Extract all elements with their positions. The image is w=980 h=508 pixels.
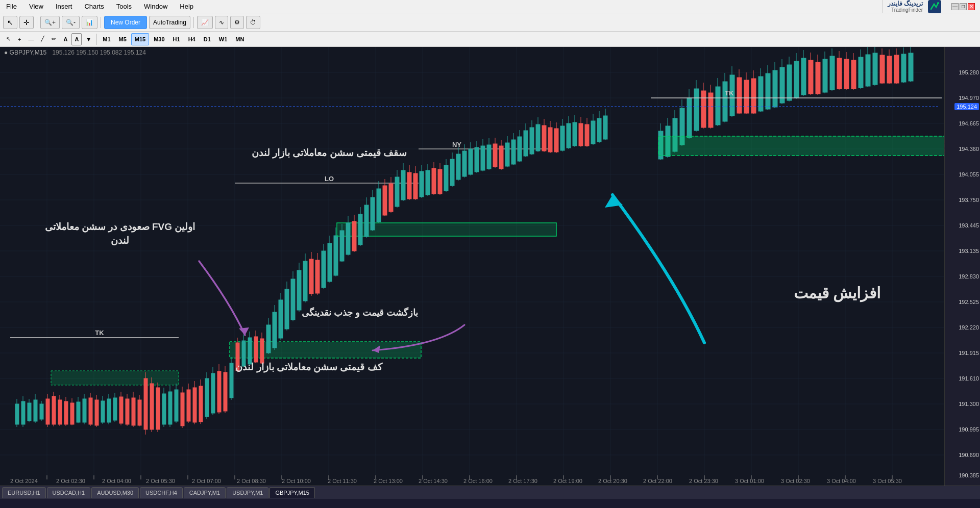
svg-text:TK: TK bbox=[725, 89, 734, 97]
minimize-button[interactable]: — bbox=[951, 3, 959, 10]
toolbar-separator-1 bbox=[37, 17, 37, 28]
tab-usdchf[interactable]: USDCHF,H4 bbox=[140, 487, 183, 498]
price-190-995: 190.995 bbox=[959, 426, 979, 433]
price-194-665: 194.665 bbox=[959, 120, 979, 126]
h1-timeframe[interactable]: H1 bbox=[169, 33, 184, 45]
line-study-button[interactable]: 📈 bbox=[197, 16, 213, 29]
candlestick-chart[interactable]: TK bbox=[0, 47, 944, 486]
price-190-385: 190.385 bbox=[959, 472, 979, 478]
menu-bar: File View Insert Charts Tools Window Hel… bbox=[0, 0, 980, 13]
svg-text:2 Oct 16:00: 2 Oct 16:00 bbox=[463, 478, 493, 484]
svg-text:3 Oct 01:00: 3 Oct 01:00 bbox=[735, 478, 764, 484]
chart-container[interactable]: ● GBPJPY,M15 195.126 195.150 195.082 195… bbox=[0, 47, 980, 486]
drawing-sep-1 bbox=[96, 34, 97, 45]
cursor-tool[interactable]: ↖ bbox=[3, 33, 14, 45]
drawing-toolbar: ↖ + — ╱ ✏ A A ▼ M1 M5 M15 M30 H1 H4 D1 W… bbox=[0, 32, 980, 47]
svg-text:2 Oct 07:00: 2 Oct 07:00 bbox=[192, 478, 221, 484]
svg-text:2 Oct 2024: 2 Oct 2024 bbox=[10, 478, 38, 484]
svg-rect-40 bbox=[51, 371, 179, 385]
m1-timeframe[interactable]: M1 bbox=[99, 33, 114, 45]
close-button[interactable]: ✕ bbox=[968, 3, 975, 10]
svg-text:2 Oct 20:30: 2 Oct 20:30 bbox=[598, 478, 627, 484]
toolbar-separator-2 bbox=[101, 17, 101, 28]
current-price-badge: 195.124 bbox=[954, 103, 979, 110]
d1-timeframe[interactable]: D1 bbox=[200, 33, 214, 45]
tab-gbpjpy[interactable]: GBPJPY,M15 bbox=[270, 487, 314, 498]
svg-text:NY: NY bbox=[452, 141, 461, 148]
new-order-button[interactable]: New Order bbox=[104, 16, 147, 29]
svg-text:2 Oct 14:30: 2 Oct 14:30 bbox=[419, 478, 448, 484]
m15-timeframe[interactable]: M15 bbox=[131, 33, 149, 45]
svg-rect-95 bbox=[230, 342, 421, 358]
zoom-in-button[interactable]: 🔍+ bbox=[40, 16, 60, 29]
price-192-220: 192.220 bbox=[959, 324, 979, 331]
label-tool[interactable]: A bbox=[71, 33, 82, 45]
tab-cadjpy[interactable]: CADJPY,M1 bbox=[184, 487, 226, 498]
svg-point-1 bbox=[937, 2, 939, 4]
svg-text:2 Oct 23:30: 2 Oct 23:30 bbox=[689, 478, 718, 484]
menu-window[interactable]: Window bbox=[142, 2, 169, 11]
period-separators-button[interactable]: ⏱ bbox=[246, 16, 260, 29]
svg-text:LO: LO bbox=[325, 175, 334, 183]
symbol-name: ● bbox=[4, 49, 10, 56]
price-194-055: 194.055 bbox=[959, 171, 979, 177]
main-toolbar: ↖ ✛ 🔍+ 🔍- 📊 New Order AutoTrading 📈 ∿ ⚙ … bbox=[0, 13, 980, 32]
svg-text:2 Oct 10:00: 2 Oct 10:00 bbox=[282, 478, 311, 484]
price-scale: 195.280 194.970 194.665 194.360 194.055 … bbox=[944, 47, 980, 486]
crosshair-tool-button[interactable]: ✛ bbox=[19, 16, 34, 29]
indicators-button[interactable]: ∿ bbox=[215, 16, 228, 29]
tab-usdcad[interactable]: USDCAD,H1 bbox=[47, 487, 91, 498]
price-195-280: 195.280 bbox=[959, 69, 979, 75]
mn-timeframe[interactable]: MN bbox=[232, 33, 248, 45]
tab-audusd[interactable]: AUDUSD,M30 bbox=[91, 487, 139, 498]
bar-chart-button[interactable]: 📊 bbox=[82, 16, 97, 29]
menu-charts[interactable]: Charts bbox=[82, 2, 106, 11]
price-194-970: 194.970 bbox=[959, 95, 979, 101]
price-194-360: 194.360 bbox=[959, 146, 979, 152]
svg-rect-275 bbox=[658, 136, 944, 156]
svg-text:2 Oct 04:00: 2 Oct 04:00 bbox=[102, 478, 131, 484]
menu-tools[interactable]: Tools bbox=[114, 2, 134, 11]
svg-text:2 Oct 17:30: 2 Oct 17:30 bbox=[508, 478, 537, 484]
svg-rect-148 bbox=[337, 223, 556, 236]
chart-tabs: EURUSD,H1 USDCAD,H1 AUDUSD,M30 USDCHF,H4… bbox=[0, 486, 980, 499]
trend-line-tool[interactable]: ╱ bbox=[38, 33, 47, 45]
price-193-135: 193.135 bbox=[959, 248, 979, 254]
symbol-info: ● GBPJPY,M15 195.126 195.150 195.082 195… bbox=[4, 49, 146, 56]
svg-text:2 Oct 08:30: 2 Oct 08:30 bbox=[237, 478, 266, 484]
autotrading-button[interactable]: AutoTrading bbox=[149, 16, 190, 29]
more-tools[interactable]: ▼ bbox=[83, 33, 94, 45]
menu-view[interactable]: View bbox=[27, 2, 45, 11]
price-190-690: 190.690 bbox=[959, 452, 979, 458]
text-tool[interactable]: A bbox=[60, 33, 70, 45]
maximize-button[interactable]: □ bbox=[960, 3, 967, 10]
toolbar-separator-3 bbox=[193, 17, 194, 28]
ohlc-values: 195.126 195.150 195.082 195.124 bbox=[52, 49, 146, 56]
price-192-830: 192.830 bbox=[959, 273, 979, 280]
menu-insert[interactable]: Insert bbox=[54, 2, 75, 11]
m30-timeframe[interactable]: M30 bbox=[150, 33, 168, 45]
tab-eurusd[interactable]: EURUSD,H1 bbox=[2, 487, 46, 498]
price-193-445: 193.445 bbox=[959, 222, 979, 228]
h4-timeframe[interactable]: H4 bbox=[185, 33, 199, 45]
price-191-300: 191.300 bbox=[959, 401, 979, 407]
price-191-610: 191.610 bbox=[959, 375, 979, 382]
svg-text:3 Oct 04:00: 3 Oct 04:00 bbox=[827, 478, 856, 484]
svg-text:TK: TK bbox=[95, 329, 104, 337]
logo-tradingfinder-text: تریدینگ فایندر TradingFinder bbox=[888, 0, 923, 13]
svg-text:2 Oct 02:30: 2 Oct 02:30 bbox=[56, 478, 85, 484]
templates-button[interactable]: ⚙ bbox=[230, 16, 244, 29]
tab-usdjpy[interactable]: USDJPY,M1 bbox=[227, 487, 268, 498]
pen-tool[interactable]: ✏ bbox=[48, 33, 59, 45]
m5-timeframe[interactable]: M5 bbox=[115, 33, 130, 45]
svg-text:3 Oct 05:30: 3 Oct 05:30 bbox=[873, 478, 902, 484]
w1-timeframe[interactable]: W1 bbox=[215, 33, 231, 45]
crosshair-draw-tool[interactable]: + bbox=[15, 33, 24, 45]
svg-rect-0 bbox=[928, 0, 941, 13]
price-191-915: 191.915 bbox=[959, 350, 979, 356]
arrow-tool-button[interactable]: ↖ bbox=[3, 16, 17, 29]
horizontal-line-tool[interactable]: — bbox=[25, 33, 37, 45]
zoom-out-button[interactable]: 🔍- bbox=[62, 16, 80, 29]
menu-file[interactable]: File bbox=[4, 2, 19, 11]
menu-help[interactable]: Help bbox=[178, 2, 195, 11]
